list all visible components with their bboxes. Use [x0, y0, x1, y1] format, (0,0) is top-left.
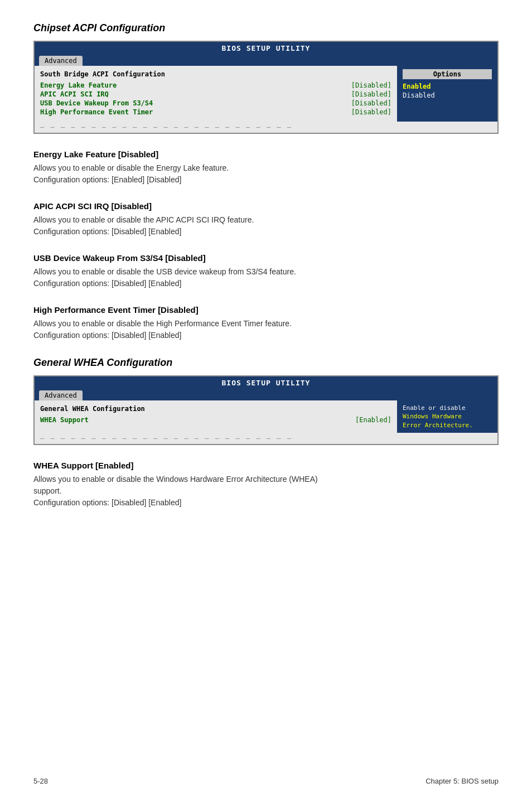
whea-support-section: WHEA Support [Enabled] Allows you to ena… — [33, 461, 499, 509]
usb-label: USB Device Wakeup From S3/S4 — [40, 99, 153, 107]
highperf-title: High Performance Event Timer [Disabled] — [33, 305, 499, 315]
apic-title: APIC ACPI SCI IRQ [Disabled] — [33, 201, 499, 211]
whea-support-line1: Allows you to enable or disable the Wind… — [33, 474, 499, 485]
whea-config-section: General WHEA Configuration BIOS SETUP UT… — [33, 357, 499, 445]
page-footer: 5-28 Chapter 5: BIOS setup — [33, 777, 499, 785]
whea-bios-tab-row: Advanced — [35, 389, 497, 400]
highperf-label: High Performance Event Timer — [40, 108, 153, 116]
whea-bios-section-header: General WHEA Configuration — [40, 405, 391, 413]
whea-bios-dashes: — — — — — — — — — — — — — — — — — — — — … — [35, 433, 497, 444]
highperf-line2: Configuration options: [Disabled] [Enabl… — [33, 330, 499, 341]
highperf-body: Allows you to enable or disable the High… — [33, 318, 499, 341]
highperf-section: High Performance Event Timer [Disabled] … — [33, 305, 499, 341]
apic-value: [Disabled] — [351, 90, 391, 98]
energy-value: [Disabled] — [351, 81, 391, 89]
whea-support-line3: Configuration options: [Disabled] [Enabl… — [33, 497, 499, 509]
apic-body: Allows you to enable or disable the APIC… — [33, 214, 499, 238]
energy-lake-line2: Configuration options: [Enabled] [Disabl… — [33, 174, 499, 186]
option-disabled[interactable]: Disabled — [403, 91, 492, 99]
bios-row-highperf[interactable]: High Performance Event Timer [Disabled] — [40, 108, 391, 116]
chipset-bios-tab-row: Advanced — [35, 55, 497, 66]
chipset-bios-dashes: — — — — — — — — — — — — — — — — — — — — … — [35, 122, 497, 133]
option-enabled[interactable]: Enabled — [403, 83, 492, 90]
whea-title: General WHEA Configuration — [33, 357, 499, 369]
highperf-value: [Disabled] — [351, 108, 391, 116]
chipset-bios-header: BIOS SETUP UTILITY — [35, 42, 497, 55]
whea-support-body: Allows you to enable or disable the Wind… — [33, 474, 499, 509]
footer-page-number: 5-28 — [33, 777, 48, 785]
whea-bios-header: BIOS SETUP UTILITY — [35, 376, 497, 389]
energy-lake-section: Energy Lake Feature [Disabled] Allows yo… — [33, 149, 499, 186]
whea-support-line2: support. — [33, 485, 499, 497]
apic-line2: Configuration options: [Disabled] [Enabl… — [33, 226, 499, 238]
bios-row-energy[interactable]: Energy Lake Feature [Disabled] — [40, 81, 391, 89]
energy-lake-body: Allows you to enable or disable the Ener… — [33, 162, 499, 186]
whea-desc-line2: Windows Hardware — [403, 413, 462, 420]
chipset-sidebar-title: Options — [403, 69, 492, 79]
bios-row-whea[interactable]: WHEA Support [Enabled] — [40, 416, 391, 424]
usb-wakeup-title: USB Device Wakeup From S3/S4 [Disabled] — [33, 253, 499, 263]
chipset-bios-sidebar: Options Enabled Disabled — [397, 66, 497, 122]
usb-value: [Disabled] — [351, 99, 391, 107]
whea-bios-box: BIOS SETUP UTILITY Advanced General WHEA… — [33, 375, 499, 445]
bios-row-apic[interactable]: APIC ACPI SCI IRQ [Disabled] — [40, 90, 391, 98]
whea-support-title: WHEA Support [Enabled] — [33, 461, 499, 470]
chipset-acpi-section: Chipset ACPI Configuration BIOS SETUP UT… — [33, 22, 499, 134]
whea-support-value: [Enabled] — [355, 416, 391, 424]
usb-wakeup-line2: Configuration options: [Disabled] [Enabl… — [33, 278, 499, 289]
whea-desc-line1: Enable or disable — [403, 404, 466, 412]
energy-lake-line1: Allows you to enable or disable the Ener… — [33, 162, 499, 174]
whea-support-label: WHEA Support — [40, 416, 89, 424]
whea-bios-sidebar: Enable or disable Windows Hardware Error… — [397, 400, 497, 433]
chipset-bios-main: South Bridge ACPI Configuration Energy L… — [35, 66, 397, 122]
apic-section: APIC ACPI SCI IRQ [Disabled] Allows you … — [33, 201, 499, 238]
energy-label: Energy Lake Feature — [40, 81, 117, 89]
usb-wakeup-line1: Allows you to enable or disable the USB … — [33, 266, 499, 278]
whea-desc-line3: Error Architecture. — [403, 422, 473, 429]
chipset-bios-content: South Bridge ACPI Configuration Energy L… — [35, 66, 497, 122]
whea-advanced-tab[interactable]: Advanced — [39, 390, 83, 400]
chipset-advanced-tab[interactable]: Advanced — [39, 56, 83, 66]
footer-chapter: Chapter 5: BIOS setup — [425, 777, 499, 785]
chipset-bios-section-header: South Bridge ACPI Configuration — [40, 70, 391, 78]
energy-lake-title: Energy Lake Feature [Disabled] — [33, 149, 499, 159]
apic-line1: Allows you to enable or disable the APIC… — [33, 214, 499, 226]
chipset-bios-box: BIOS SETUP UTILITY Advanced South Bridge… — [33, 41, 499, 134]
highperf-line1: Allows you to enable or disable the High… — [33, 318, 499, 330]
whea-sidebar-desc: Enable or disable Windows Hardware Error… — [403, 404, 492, 429]
usb-wakeup-section: USB Device Wakeup From S3/S4 [Disabled] … — [33, 253, 499, 289]
chipset-title: Chipset ACPI Configuration — [33, 22, 499, 34]
whea-bios-content: General WHEA Configuration WHEA Support … — [35, 400, 497, 433]
usb-wakeup-body: Allows you to enable or disable the USB … — [33, 266, 499, 289]
whea-bios-main: General WHEA Configuration WHEA Support … — [35, 400, 397, 433]
bios-row-usb[interactable]: USB Device Wakeup From S3/S4 [Disabled] — [40, 99, 391, 107]
apic-label: APIC ACPI SCI IRQ — [40, 90, 109, 98]
